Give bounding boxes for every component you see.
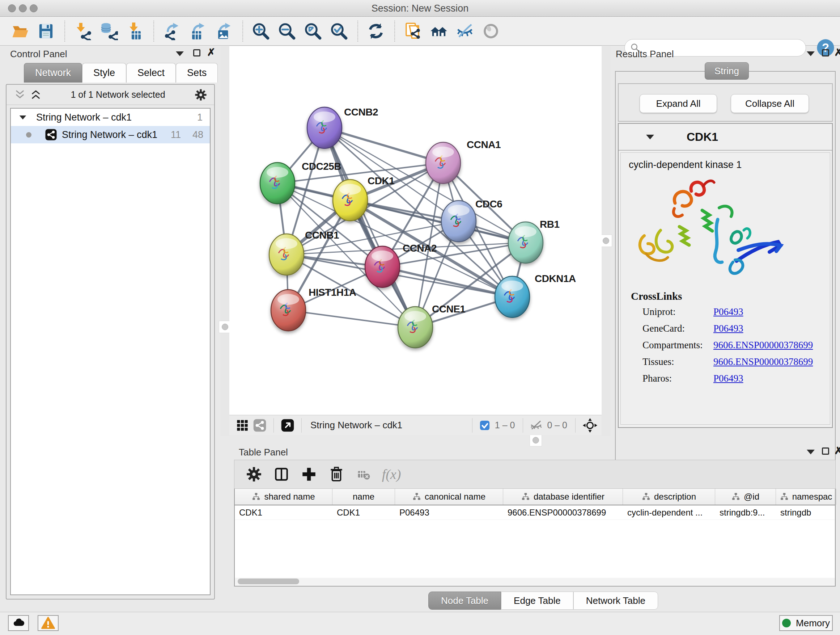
network-node-ccnb2[interactable] bbox=[307, 107, 342, 149]
table-cell[interactable]: stringdb:9... bbox=[715, 505, 776, 519]
tab-style[interactable]: Style bbox=[82, 63, 126, 82]
tab-string[interactable]: String bbox=[705, 62, 749, 80]
protein-section-header[interactable]: CDK1 bbox=[619, 124, 832, 150]
column-header-name[interactable]: name bbox=[332, 489, 395, 505]
tab-network[interactable]: Network bbox=[24, 63, 82, 82]
horizontal-scrollbar[interactable] bbox=[235, 578, 835, 585]
crosslink-value-link[interactable]: 9606.ENSP00000378699 bbox=[714, 356, 813, 367]
expand-all-icon[interactable] bbox=[30, 89, 42, 101]
network-canvas[interactable]: CCNB2CCNA1CDC25BCDK1CDC6RB1CCNB1CCNA2CDK… bbox=[229, 46, 602, 415]
warning-button[interactable] bbox=[38, 615, 58, 631]
hide-selected-icon[interactable] bbox=[454, 21, 475, 42]
column-header-shared-name[interactable]: shared name bbox=[235, 489, 332, 505]
float-panel-icon[interactable] bbox=[807, 450, 815, 454]
float-panel-icon[interactable] bbox=[176, 51, 184, 56]
collection-expander-icon[interactable] bbox=[19, 115, 27, 119]
open-file-icon[interactable] bbox=[9, 21, 30, 42]
column-header--id[interactable]: @id bbox=[715, 489, 776, 505]
column-header-namespac[interactable]: namespac bbox=[776, 489, 836, 505]
column-header-canonical-name[interactable]: canonical name bbox=[395, 489, 503, 505]
column-type-icon bbox=[642, 492, 651, 501]
network-edge[interactable] bbox=[288, 310, 415, 327]
selected-checkbox-icon[interactable] bbox=[477, 415, 492, 436]
table-cell[interactable]: cyclin-dependent ... bbox=[623, 505, 715, 519]
network-node-ccne1[interactable] bbox=[398, 307, 433, 348]
cloud-button[interactable] bbox=[8, 615, 29, 631]
save-session-icon[interactable] bbox=[35, 21, 57, 42]
network-node-cdc25b[interactable] bbox=[260, 163, 295, 204]
collapse-all-button[interactable]: Collapse All bbox=[731, 94, 809, 113]
zoom-selected-icon[interactable] bbox=[328, 21, 349, 42]
crosslink-label: Tissues: bbox=[643, 356, 674, 367]
tab-sets[interactable]: Sets bbox=[176, 63, 218, 82]
grid-view-icon[interactable] bbox=[234, 415, 251, 436]
import-network-file-icon[interactable] bbox=[73, 21, 93, 42]
network-edge[interactable] bbox=[382, 267, 512, 297]
tab-node-table[interactable]: Node Table bbox=[428, 592, 501, 610]
maximize-panel-icon[interactable] bbox=[822, 49, 829, 57]
tab-network-table[interactable]: Network Table bbox=[573, 592, 658, 610]
network-node-cdc6[interactable] bbox=[441, 201, 476, 242]
crosslink-value-link[interactable]: P06493 bbox=[714, 306, 744, 318]
home-icon[interactable] bbox=[428, 21, 449, 42]
birds-eye-view-icon[interactable] bbox=[279, 415, 296, 436]
crosslink-value-link[interactable]: P06493 bbox=[714, 373, 744, 384]
collapse-section-icon[interactable] bbox=[646, 135, 654, 139]
zoom-fit-icon[interactable] bbox=[302, 21, 324, 42]
network-from-selection-icon[interactable] bbox=[402, 21, 423, 42]
network-node-rb1[interactable] bbox=[508, 222, 543, 263]
network-node-ccnb1[interactable] bbox=[269, 234, 304, 275]
trash-icon[interactable] bbox=[325, 463, 347, 485]
network-edge-count: 48 bbox=[193, 129, 203, 141]
crosslink-value-link[interactable]: 9606.ENSP00000378699 bbox=[714, 340, 813, 351]
share-network-icon[interactable] bbox=[251, 415, 268, 436]
protein-details: cyclin-dependent kinase 1 bbox=[621, 152, 830, 424]
network-label: String Network – cdk1 bbox=[62, 129, 157, 141]
table-cell[interactable]: stringdb bbox=[776, 505, 836, 519]
network-node-hist1h1a[interactable] bbox=[271, 290, 306, 331]
export-network-icon[interactable] bbox=[161, 21, 182, 42]
tab-edge-table[interactable]: Edge Table bbox=[501, 592, 573, 610]
import-network-database-icon[interactable] bbox=[98, 21, 119, 42]
gear-icon[interactable] bbox=[194, 88, 208, 102]
expand-all-button[interactable]: Expand All bbox=[639, 94, 717, 113]
table-cell[interactable]: 9606.ENSP00000378699 bbox=[503, 505, 623, 519]
network-node-cdk1[interactable] bbox=[333, 180, 368, 221]
table-panel: Table Panel ✗ f(x) shared namenamecanoni… bbox=[229, 445, 840, 612]
table-cell[interactable]: CDK1 bbox=[332, 505, 395, 519]
network-collection-row[interactable]: String Network – cdk1 1 bbox=[11, 109, 210, 126]
table-row[interactable]: CDK1CDK1P064939606.ENSP00000378699cyclin… bbox=[235, 505, 835, 520]
split-columns-icon[interactable] bbox=[271, 463, 292, 485]
network-node-ccna2[interactable] bbox=[365, 246, 400, 287]
close-panel-icon[interactable]: ✗ bbox=[834, 445, 840, 456]
gear-icon[interactable] bbox=[243, 463, 265, 485]
float-panel-icon[interactable] bbox=[807, 51, 815, 56]
maximize-panel-icon[interactable] bbox=[193, 49, 201, 57]
column-header-description[interactable]: description bbox=[623, 489, 715, 505]
export-table-icon[interactable] bbox=[187, 21, 208, 42]
right-splitter[interactable] bbox=[602, 46, 610, 436]
crosslink-value-link[interactable]: P06493 bbox=[714, 323, 744, 334]
zoom-out-icon[interactable] bbox=[276, 21, 297, 42]
close-panel-icon[interactable]: ✗ bbox=[834, 46, 840, 58]
column-header-database-identifier[interactable]: database identifier bbox=[503, 489, 623, 505]
left-splitter[interactable] bbox=[221, 46, 229, 436]
network-edge[interactable] bbox=[325, 128, 443, 163]
add-icon[interactable] bbox=[298, 463, 320, 485]
table-cell[interactable]: P06493 bbox=[395, 505, 503, 519]
tab-select[interactable]: Select bbox=[126, 63, 176, 82]
close-panel-icon[interactable]: ✗ bbox=[207, 46, 215, 58]
import-table-icon[interactable] bbox=[125, 21, 145, 42]
collapse-all-icon[interactable] bbox=[14, 89, 26, 101]
scrollbar-thumb[interactable] bbox=[238, 578, 299, 584]
refresh-icon[interactable] bbox=[365, 21, 386, 42]
export-image-icon[interactable] bbox=[213, 21, 234, 42]
maximize-panel-icon[interactable] bbox=[822, 448, 829, 455]
zoom-in-icon[interactable] bbox=[250, 21, 271, 42]
network-node-cdkn1a[interactable] bbox=[495, 276, 530, 318]
table-cell[interactable]: CDK1 bbox=[235, 505, 332, 519]
network-node-ccna1[interactable] bbox=[426, 142, 461, 184]
network-row[interactable]: String Network – cdk1 11 48 bbox=[11, 126, 210, 143]
fit-selected-crosshair-icon[interactable] bbox=[581, 415, 600, 436]
memory-button[interactable]: Memory bbox=[779, 615, 833, 631]
